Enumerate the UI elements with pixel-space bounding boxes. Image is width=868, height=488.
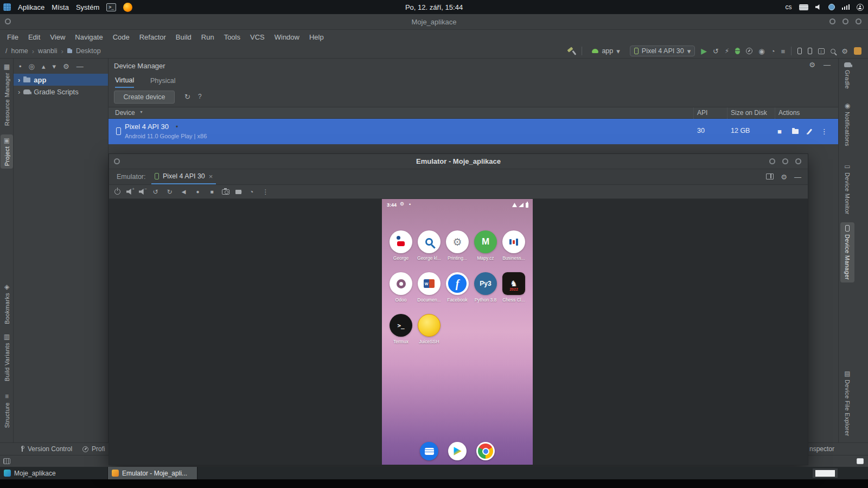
tab-pixel4[interactable]: Pixel 4 API 30 <box>151 169 216 184</box>
apply-changes-icon[interactable] <box>713 48 719 55</box>
toolwindow-structure[interactable]: Structure <box>1 390 13 431</box>
expand-arrow-icon[interactable] <box>18 88 20 95</box>
overview-icon[interactable] <box>208 189 216 195</box>
sdk-manager-icon[interactable] <box>818 48 825 54</box>
toolwindow-device-manager[interactable]: Device Manager <box>840 222 854 282</box>
network-icon[interactable] <box>828 4 835 10</box>
coverage-icon[interactable] <box>771 48 775 55</box>
menu-file[interactable]: File <box>2 33 23 41</box>
menu-view[interactable]: View <box>45 33 70 41</box>
dock-play-store[interactable] <box>448 442 467 460</box>
app-documents[interactable]: W Documen... <box>415 272 443 303</box>
device-dropdown[interactable]: Pixel 4 API 30 <box>630 46 695 56</box>
edit-device-icon[interactable] <box>807 129 812 134</box>
help-icon[interactable]: ? <box>198 93 202 100</box>
profile-badge-icon[interactable] <box>854 47 861 55</box>
toolwindow-bookmarks[interactable]: Bookmarks <box>1 281 13 327</box>
toolwindow-toggle-icon[interactable] <box>3 458 10 464</box>
menu-refactor[interactable]: Refactor <box>135 33 171 41</box>
hide-panel-icon[interactable] <box>824 61 831 68</box>
build-hammer-icon[interactable] <box>567 47 576 55</box>
breadcrumb-user[interactable]: wanbli <box>38 47 57 55</box>
toolwindow-resource-manager[interactable]: Resource Manager <box>1 61 13 129</box>
breadcrumb-root[interactable]: / <box>5 47 7 55</box>
volume-icon[interactable] <box>815 4 821 10</box>
app-chess[interactable]: 2022 Chess Cl... <box>500 272 528 303</box>
more-options-icon[interactable] <box>261 189 270 195</box>
toolwindow-inspector[interactable]: nspector <box>809 443 834 455</box>
device-row-pixel4[interactable]: Pixel 4 API 30 Android 11.0 Google Play … <box>108 119 838 144</box>
close-button[interactable] <box>856 18 861 24</box>
tree-item-app[interactable]: app <box>14 74 108 86</box>
power-icon[interactable] <box>114 189 120 195</box>
menu-tools[interactable]: Tools <box>219 33 245 41</box>
column-api[interactable]: API <box>697 109 707 117</box>
maximize-button[interactable] <box>843 18 848 24</box>
profiler-button[interactable] <box>746 48 752 54</box>
window-preview-widget[interactable] <box>813 468 838 478</box>
create-device-button[interactable]: Create device <box>114 91 175 104</box>
screenshot-camera-icon[interactable] <box>222 189 229 195</box>
clock[interactable]: Po, 12. září, 15:44 <box>0 0 868 14</box>
app-python[interactable]: Py3 Python 3.8 <box>471 272 500 303</box>
home-icon[interactable] <box>194 189 202 195</box>
tree-item-gradle-scripts[interactable]: Gradle Scripts <box>14 86 108 98</box>
close-tab-icon[interactable] <box>209 173 213 180</box>
more-actions-icon[interactable] <box>821 128 828 135</box>
toolwindow-version-control[interactable]: Version Control <box>20 443 72 455</box>
menu-navigate[interactable]: Navigate <box>70 33 107 41</box>
screen-record-icon[interactable] <box>235 190 241 194</box>
volume-up-icon[interactable]: + <box>126 189 133 195</box>
app-juicessh[interactable]: JuiceSSH <box>415 314 443 344</box>
keyboard-icon[interactable] <box>799 4 808 10</box>
menu-help[interactable]: Help <box>304 33 329 41</box>
status-right-icon[interactable] <box>857 458 864 464</box>
minimize-button[interactable] <box>769 158 775 164</box>
app-business[interactable]: Business... <box>500 230 528 261</box>
settings-gear-icon[interactable] <box>841 48 848 55</box>
tab-physical[interactable]: Physical <box>150 74 176 88</box>
expand-arrow-icon[interactable] <box>18 76 20 84</box>
hide-panel-icon[interactable] <box>794 174 801 181</box>
toolwindow-build-variants[interactable]: Build Variants <box>1 331 13 384</box>
column-device[interactable]: Device <box>115 109 135 117</box>
debug-button[interactable] <box>735 48 740 54</box>
menu-window[interactable]: Window <box>270 33 304 41</box>
menu-run[interactable]: Run <box>196 33 219 41</box>
app-printing[interactable]: ⚙ Printing... <box>443 230 471 261</box>
app-odoo[interactable]: Odoo <box>387 272 415 303</box>
stop-button[interactable] <box>781 48 785 55</box>
apply-code-changes-icon[interactable] <box>725 48 729 54</box>
menu-vcs[interactable]: VCS <box>245 33 270 41</box>
rotate-right-icon[interactable] <box>165 189 174 195</box>
toolwindow-gradle[interactable]: Gradle <box>840 60 854 92</box>
tab-virtual[interactable]: Virtual <box>115 74 134 88</box>
search-everywhere-icon[interactable] <box>831 49 835 54</box>
taskbar-window-studio[interactable]: Moje_aplikace <box>0 467 108 479</box>
expand-all-icon[interactable] <box>42 63 46 70</box>
toolwindow-notifications[interactable]: Notifications <box>840 100 854 149</box>
stop-device-icon[interactable] <box>777 128 782 135</box>
device-manager-icon[interactable] <box>808 48 812 54</box>
app-george[interactable]: George <box>387 230 415 261</box>
app-george-klic[interactable]: George kl... <box>415 230 443 261</box>
close-button[interactable] <box>795 158 801 164</box>
menu-code[interactable]: Code <box>108 33 135 41</box>
hide-panel-icon[interactable] <box>76 63 84 70</box>
run-button[interactable] <box>701 47 707 55</box>
column-size[interactable]: Size on Disk <box>731 109 767 117</box>
dock-messages[interactable] <box>420 442 438 460</box>
breadcrumb-desktop[interactable]: Desktop <box>76 47 101 55</box>
toolwindow-profiler[interactable]: Profi <box>82 443 105 455</box>
emulator-settings-icon[interactable] <box>781 174 787 181</box>
sort-icon[interactable] <box>139 110 143 114</box>
app-termux[interactable]: >_ Termux <box>387 314 415 344</box>
collapse-all-icon[interactable] <box>52 63 56 70</box>
refresh-icon[interactable] <box>184 93 190 100</box>
split-view-icon[interactable] <box>766 174 774 179</box>
back-icon[interactable] <box>180 189 188 195</box>
taskbar-window-emulator[interactable]: Emulator - Moje_apli... <box>108 467 197 479</box>
minimize-button[interactable] <box>829 18 835 24</box>
toolwindow-device-monitor[interactable]: Device Monitor <box>840 160 854 217</box>
run-config-dropdown[interactable]: app <box>588 46 623 56</box>
